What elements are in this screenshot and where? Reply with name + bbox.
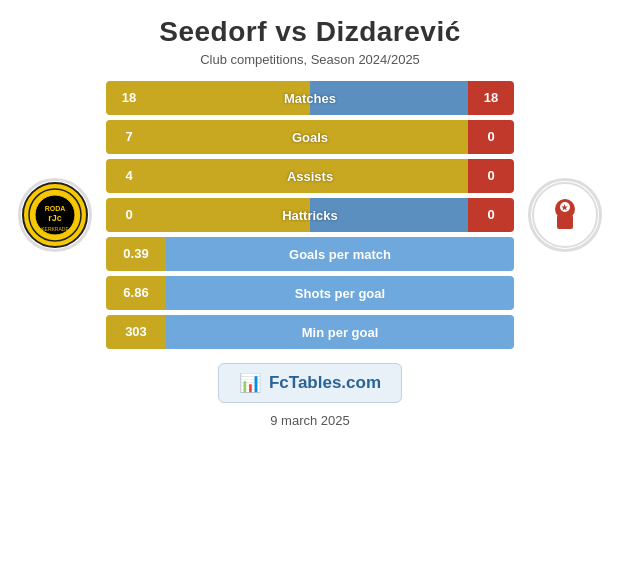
assists-left-val: 4	[106, 159, 152, 193]
stat-row-hattricks: 0Hattricks0	[106, 198, 514, 232]
stat-row-shots_per_goal: 6.86Shots per goal	[106, 276, 514, 310]
shots_per_goal-val: 6.86	[106, 276, 166, 310]
stat-row-goals_per_match: 0.39Goals per match	[106, 237, 514, 271]
hattricks-label: Hattricks	[282, 208, 338, 223]
min_per_goal-label: Min per goal	[166, 315, 514, 349]
matches-label: Matches	[284, 91, 336, 106]
hattricks-bar-wrap: Hattricks	[152, 198, 468, 232]
page-title: Seedorf vs Dizdarević	[159, 16, 461, 48]
assists-bar-wrap: Assists	[152, 159, 468, 193]
hattricks-left-val: 0	[106, 198, 152, 232]
assists-right-val: 0	[468, 159, 514, 193]
fctables-icon: 📊	[239, 372, 261, 394]
main-area: RODA rJc KERKRADE 18Matches187Goals04Ass…	[10, 81, 610, 349]
stat-row-assists: 4Assists0	[106, 159, 514, 193]
right-team-logo	[520, 178, 610, 252]
min_per_goal-val: 303	[106, 315, 166, 349]
matches-right-val: 18	[468, 81, 514, 115]
svg-rect-10	[557, 215, 573, 229]
assists-label: Assists	[287, 169, 333, 184]
matches-bar-wrap: Matches	[152, 81, 468, 115]
page-subtitle: Club competitions, Season 2024/2025	[200, 52, 420, 67]
goals_per_match-val: 0.39	[106, 237, 166, 271]
goals-left-val: 7	[106, 120, 152, 154]
stat-row-matches: 18Matches18	[106, 81, 514, 115]
goals-right-val: 0	[468, 120, 514, 154]
stat-row-min_per_goal: 303Min per goal	[106, 315, 514, 349]
goals-label: Goals	[292, 130, 328, 145]
stat-row-goals: 7Goals0	[106, 120, 514, 154]
svg-text:KERKRADE: KERKRADE	[41, 226, 69, 232]
main-container: Seedorf vs Dizdarević Club competitions,…	[0, 0, 620, 580]
left-team-logo: RODA rJc KERKRADE	[10, 178, 100, 252]
fctables-bar: 📊FcTables.com	[218, 363, 402, 403]
roda-logo: RODA rJc KERKRADE	[18, 178, 92, 252]
hattricks-right-val: 0	[468, 198, 514, 232]
svg-text:RODA: RODA	[45, 205, 66, 212]
shots_per_goal-label: Shots per goal	[166, 276, 514, 310]
svg-text:rJc: rJc	[48, 213, 62, 223]
goals-bar-wrap: Goals	[152, 120, 468, 154]
matches-left-val: 18	[106, 81, 152, 115]
date-label: 9 march 2025	[270, 413, 350, 428]
goals_per_match-label: Goals per match	[166, 237, 514, 271]
diz-logo	[528, 178, 602, 252]
fctables-text: FcTables.com	[269, 373, 381, 393]
stats-column: 18Matches187Goals04Assists00Hattricks00.…	[100, 81, 520, 349]
